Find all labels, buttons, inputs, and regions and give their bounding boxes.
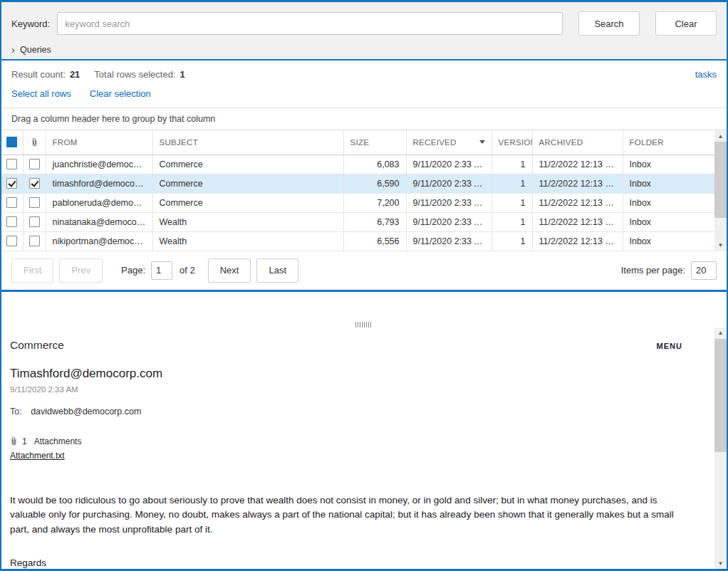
to-value: davidwebb@democorp.com — [31, 407, 141, 417]
attachment-link[interactable]: Attachment.txt — [10, 451, 65, 461]
paperclip-icon — [31, 137, 38, 147]
cell-size: 6,083 — [343, 154, 406, 174]
queries-toggle[interactable]: › Queries — [11, 44, 51, 55]
column-header-archived[interactable]: ARCHIVED — [532, 130, 623, 154]
row-select-checkbox[interactable] — [6, 159, 17, 169]
search-panel: Keyword: Search Clear › Queries — [1, 2, 727, 61]
scrollbar-thumb[interactable] — [714, 339, 727, 453]
menu-button[interactable]: MENU — [657, 342, 682, 350]
row-select-checkbox[interactable] — [6, 197, 17, 208]
column-header-subject[interactable]: SUBJECT — [152, 130, 343, 154]
scroll-down-icon[interactable]: ▼ — [714, 557, 727, 569]
attachment-column-header[interactable] — [23, 130, 46, 154]
row-flag-checkbox[interactable] — [29, 159, 40, 169]
cell-size: 6,590 — [343, 174, 406, 193]
email-date: 9/11/2020 2:33 AM — [10, 385, 677, 394]
row-flag-checkbox[interactable] — [29, 197, 40, 208]
preview-scrollbar[interactable]: ▲ ▼ — [714, 328, 727, 570]
cell-subject: Commerce — [152, 154, 343, 174]
attachment-count: 1 — [22, 436, 27, 446]
mail-archive-app: Keyword: Search Clear › Queries Result c… — [0, 0, 728, 571]
tasks-link[interactable]: tasks — [695, 69, 717, 80]
next-page-button[interactable]: Next — [208, 258, 251, 283]
queries-label: Queries — [20, 45, 51, 55]
rows-selected-value: 1 — [180, 69, 185, 80]
cell-received: 9/11/2020 2:33 AM — [406, 231, 492, 251]
received-header-label: RECEIVED — [413, 138, 457, 147]
row-flag-checkbox[interactable] — [29, 216, 40, 227]
result-count-value: 21 — [70, 69, 80, 80]
paperclip-icon — [10, 436, 18, 446]
page-number-input[interactable] — [151, 261, 172, 280]
cell-version: 1 — [492, 212, 532, 231]
row-select-checkbox[interactable] — [6, 178, 17, 189]
group-by-hint[interactable]: Drag a column header here to group by th… — [1, 108, 727, 130]
last-page-button[interactable]: Last — [256, 258, 298, 283]
results-grid: FROM SUBJECT SIZE RECEIVED VERSION ARCHI… — [1, 130, 727, 251]
row-flag-checkbox[interactable] — [29, 178, 40, 189]
search-button[interactable]: Search — [578, 11, 640, 36]
email-preview-pane: MENU Commerce Timashford@democorp.com 9/… — [1, 292, 727, 570]
prev-page-button[interactable]: Prev — [59, 258, 103, 283]
column-header-size[interactable]: SIZE — [343, 130, 406, 154]
scroll-up-icon[interactable]: ▲ — [714, 130, 727, 142]
row-select-checkbox[interactable] — [6, 236, 17, 246]
cell-folder: Inbox — [623, 212, 714, 231]
rows-selected-label: Total rows selected: — [94, 69, 175, 80]
cell-folder: Inbox — [623, 231, 714, 251]
search-row: Keyword: Search Clear — [11, 11, 717, 36]
first-page-button[interactable]: First — [11, 258, 53, 283]
column-header-received[interactable]: RECEIVED — [406, 130, 492, 154]
scroll-down-icon[interactable]: ▼ — [714, 240, 727, 251]
clear-selection-link[interactable]: Clear selection — [90, 88, 151, 99]
row-flag-checkbox[interactable] — [29, 236, 40, 246]
cell-from: nikiportman@democor... — [46, 231, 152, 251]
cell-received: 9/11/2020 2:33 AM — [406, 174, 492, 193]
scrollbar-thumb[interactable] — [714, 142, 727, 218]
splitter-grip[interactable] — [355, 322, 373, 328]
cell-archived: 11/2/2022 12:13 PM — [532, 212, 623, 231]
clear-button[interactable]: Clear — [655, 11, 717, 36]
cell-size: 7,200 — [343, 193, 406, 212]
cell-size: 6,793 — [343, 212, 406, 231]
cell-received: 9/11/2020 2:33 AM — [406, 154, 492, 174]
cell-from: pabloneruda@democor... — [46, 193, 152, 212]
table-scrollbar[interactable]: ▲ ▼ — [714, 130, 727, 251]
cell-from: timashford@democorp.... — [46, 174, 152, 193]
row-select-checkbox[interactable] — [6, 216, 17, 227]
keyword-input[interactable] — [57, 12, 563, 35]
keyword-label: Keyword: — [11, 19, 50, 29]
select-all-checkbox[interactable] — [6, 137, 17, 147]
column-header-version[interactable]: VERSION — [492, 130, 532, 154]
cell-version: 1 — [492, 154, 532, 174]
cell-received: 9/11/2020 2:33 AM — [406, 212, 492, 231]
items-per-page-label: Items per page: — [621, 265, 685, 276]
cell-subject: Wealth — [152, 231, 343, 251]
email-body: It would be too ridiculous to go about s… — [10, 493, 677, 538]
table-row[interactable]: nikiportman@democor... Wealth 6,556 9/11… — [1, 231, 714, 251]
attachments-line: 1 Attachments — [10, 436, 677, 446]
cell-from: juanchristie@democorp... — [46, 154, 152, 174]
column-header-from[interactable]: FROM — [46, 130, 152, 154]
cell-subject: Commerce — [152, 193, 343, 212]
table-row[interactable]: ninatanaka@democorp... Wealth 6,793 9/11… — [1, 212, 714, 231]
cell-folder: Inbox — [623, 174, 714, 193]
column-header-folder[interactable]: FOLDER — [623, 130, 714, 154]
email-to-line: To: davidwebb@democorp.com — [10, 407, 677, 417]
cell-archived: 11/2/2022 12:13 PM — [532, 231, 623, 251]
email-sender: Timashford@democorp.com — [10, 367, 677, 381]
items-per-page-input[interactable] — [691, 261, 717, 280]
table-row[interactable]: juanchristie@democorp... Commerce 6,083 … — [1, 154, 714, 174]
cell-version: 1 — [492, 231, 532, 251]
email-content: Commerce Timashford@democorp.com 9/11/20… — [1, 292, 727, 571]
cell-version: 1 — [492, 193, 532, 212]
table-row[interactable]: pabloneruda@democor... Commerce 7,200 9/… — [1, 193, 714, 212]
page-label: Page: — [121, 265, 145, 276]
scrollbar-track[interactable] — [714, 142, 727, 240]
scroll-up-icon[interactable]: ▲ — [714, 328, 727, 339]
cell-from: ninatanaka@democorp... — [46, 212, 152, 231]
table-row[interactable]: timashford@democorp.... Commerce 6,590 9… — [1, 174, 714, 193]
scrollbar-track[interactable] — [714, 339, 727, 558]
cell-subject: Commerce — [152, 174, 343, 193]
select-all-rows-link[interactable]: Select all rows — [11, 88, 71, 99]
